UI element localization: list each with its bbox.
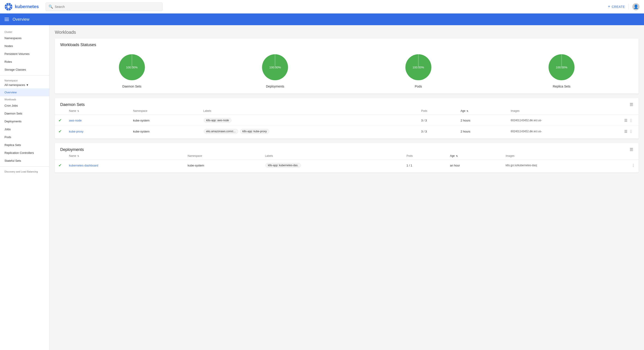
deployments-thead: Name ⇅ Namespace Labels Pods: [55, 152, 638, 160]
row-status-icon-d: ✔: [55, 160, 66, 171]
sidebar-item-persistent-volumes[interactable]: Persistent Volumes: [0, 50, 49, 58]
sidebar-item-pods[interactable]: Pods: [0, 133, 49, 141]
row-namespace-d: kube-system: [184, 160, 261, 171]
sidebar-item-replica-sets[interactable]: Replica Sets: [0, 141, 49, 149]
row-actions[interactable]: ☰ ⋮: [624, 118, 635, 123]
create-button[interactable]: + CREATE: [608, 4, 625, 9]
daemon-set-link-aws-node[interactable]: aws-node: [69, 119, 82, 122]
col-age-d[interactable]: Age ⇅: [446, 152, 502, 160]
list-icon[interactable]: ☰: [624, 129, 627, 134]
col-name-d[interactable]: Name ⇅: [66, 152, 184, 160]
deployment-link-dashboard[interactable]: kubernetes-dashboard: [69, 164, 98, 167]
topbar-actions: + CREATE 👤: [608, 3, 640, 10]
daemon-sets-header-row: Name ⇅ Namespace Labels Pods: [55, 107, 638, 115]
age-sort-d-icon: ⇅: [456, 155, 458, 157]
cluster-section-label: Cluster: [0, 29, 49, 34]
deployments-filter-icon[interactable]: ☰: [630, 147, 633, 152]
col-status-d: [55, 152, 66, 160]
col-pods-d-text: Pods: [406, 154, 412, 157]
statuses-card-title: Workloads Statuses: [60, 43, 96, 47]
col-age[interactable]: Age ⇅: [457, 107, 507, 115]
sidebar-item-cron-jobs[interactable]: Cron Jobs: [0, 102, 49, 110]
sidebar-item-storage-classes[interactable]: Storage Classes: [0, 66, 49, 74]
col-namespace-d: Namespace: [184, 152, 261, 160]
sidebar-item-daemon-sets[interactable]: Daemon Sets: [0, 110, 49, 117]
sidebar-item-nodes[interactable]: Nodes: [0, 42, 49, 50]
pie-label-deployments: 100.00%: [270, 66, 281, 69]
daemon-sets-table-section: Name ⇅ Namespace Labels Pods: [55, 107, 638, 139]
daemon-sets-filter-icon[interactable]: ☰: [630, 102, 633, 107]
table-row: ✔ kube-proxy kube-system eks.amazonaws.c…: [55, 126, 638, 137]
col-namespace-text: Namespace: [133, 109, 148, 113]
name-sort-d-icon: ⇅: [77, 155, 79, 157]
status-label-daemon-sets: Daemon Sets: [122, 85, 141, 88]
sidebar-item-namespaces[interactable]: Namespaces: [0, 34, 49, 42]
daemon-sets-title: Daemon Sets: [60, 102, 85, 107]
col-actions-d: [628, 152, 638, 160]
search-bar[interactable]: 🔍: [46, 3, 162, 11]
app-logo[interactable]: kubernetes: [4, 3, 39, 11]
pie-chart-replica-sets: 100.00%: [547, 53, 576, 82]
pie-label-replica-sets: 100.00%: [556, 66, 568, 69]
row-status-icon: ✔: [55, 126, 66, 137]
row-images-d: k8s.gcr.io/kubernetes-das|: [502, 160, 628, 171]
col-name-label[interactable]: Name ⇅: [66, 107, 130, 115]
sidebar-item-jobs[interactable]: Jobs: [0, 125, 49, 133]
col-name[interactable]: [55, 107, 66, 115]
more-icon[interactable]: ⋮: [629, 129, 633, 134]
col-name-d-text: Name: [69, 154, 76, 157]
status-ok-icon: ✔: [58, 118, 62, 123]
col-namespace: Namespace: [130, 107, 200, 115]
search-icon: 🔍: [48, 5, 53, 9]
daemon-sets-card: Daemon Sets ☰ Name ⇅ Namespace: [55, 98, 638, 139]
row-name-d: kubernetes-dashboard: [66, 160, 184, 171]
pie-label-daemon-sets: 100.00%: [126, 66, 138, 69]
col-age-text: Age: [461, 109, 465, 113]
hamburger-line-3: [4, 21, 9, 21]
table-row: ✔ kubernetes-dashboard kube-system k8s-a…: [55, 160, 638, 171]
namespace-section: Namespace All namespaces ▼: [0, 77, 49, 88]
more-icon-d[interactable]: ⋮: [632, 163, 635, 168]
row-images: 602401143452.dkr.ecr.us-: [507, 115, 621, 126]
user-avatar[interactable]: 👤: [632, 3, 640, 10]
daemon-sets-table: Name ⇅ Namespace Labels Pods: [55, 107, 638, 137]
col-pods-d: Pods: [403, 152, 446, 160]
col-age-d-text: Age: [450, 154, 454, 157]
row-actions[interactable]: ☰ ⋮: [624, 129, 635, 134]
age-sort-icon: ⇅: [466, 110, 468, 112]
more-icon[interactable]: ⋮: [629, 118, 633, 123]
row-actions-cell: ☰ ⋮: [621, 115, 638, 126]
col-images: Images: [507, 107, 621, 115]
daemon-sets-thead: Name ⇅ Namespace Labels Pods: [55, 107, 638, 115]
col-images-d: Images: [502, 152, 628, 160]
status-daemon-sets: 100.00% Daemon Sets: [117, 53, 146, 88]
chevron-down-icon: ▼: [26, 84, 29, 87]
deployments-card: Deployments ☰ Name ⇅ Namespace: [55, 143, 638, 173]
row-age: 2 hours: [457, 115, 507, 126]
status-label-replica-sets: Replica Sets: [553, 85, 570, 88]
menu-button[interactable]: [4, 18, 9, 21]
row-pods: 3 / 3: [418, 115, 457, 126]
row-actions-d[interactable]: ⋮: [632, 163, 635, 168]
plus-icon: +: [608, 4, 610, 9]
deployments-tbody: ✔ kubernetes-dashboard kube-system k8s-a…: [55, 160, 638, 171]
table-row: ✔ aws-node kube-system k8s-app: aws-node…: [55, 115, 638, 126]
sidebar-item-replication-controllers[interactable]: Replication Controllers: [0, 149, 49, 157]
status-label-deployments: Deployments: [266, 85, 284, 88]
search-input[interactable]: [55, 5, 160, 9]
namespace-selector[interactable]: All namespaces ▼: [4, 83, 45, 87]
sidebar-item-stateful-sets[interactable]: Stateful Sets: [0, 157, 49, 165]
col-labels-d: Labels: [261, 152, 403, 160]
sidebar-item-overview[interactable]: Overview: [0, 88, 49, 96]
sidebar-item-roles[interactable]: Roles: [0, 58, 49, 66]
daemon-set-link-kube-proxy[interactable]: kube-proxy: [69, 130, 83, 133]
sidebar-item-deployments[interactable]: Deployments: [0, 117, 49, 125]
sidebar: Cluster Namespaces Nodes Persistent Volu…: [0, 25, 50, 350]
name-sort-icon: ⇅: [77, 110, 79, 112]
deployments-header-row: Name ⇅ Namespace Labels Pods: [55, 152, 638, 160]
status-label-pods: Pods: [415, 85, 422, 88]
kubernetes-logo-icon: [4, 3, 12, 11]
deployments-card-header: Deployments ☰: [55, 143, 638, 152]
pie-label-pods: 100.00%: [412, 66, 424, 69]
list-icon[interactable]: ☰: [624, 118, 627, 123]
